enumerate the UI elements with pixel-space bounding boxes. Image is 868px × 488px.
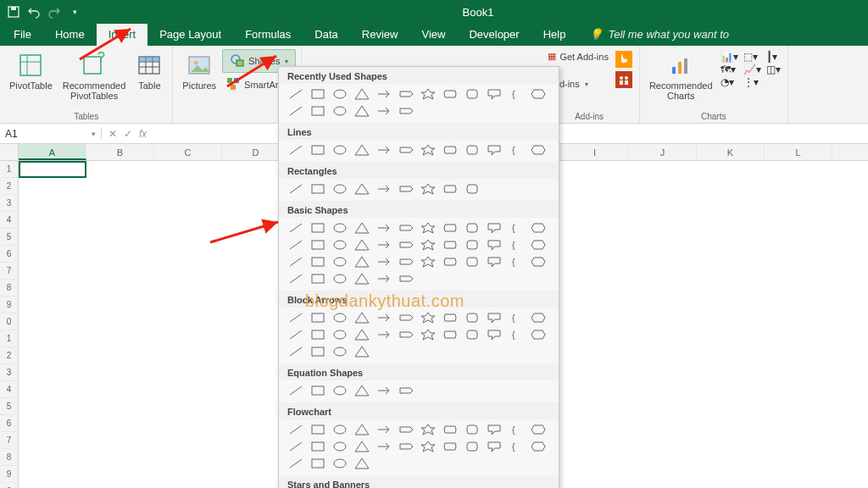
shape-option[interactable] bbox=[352, 86, 372, 102]
shape-option[interactable] bbox=[374, 220, 394, 236]
shape-option[interactable] bbox=[484, 254, 504, 269]
shape-option[interactable] bbox=[528, 422, 548, 437]
shape-option[interactable] bbox=[330, 181, 350, 197]
shape-option[interactable] bbox=[528, 254, 548, 269]
shape-option[interactable] bbox=[462, 254, 482, 269]
row-header[interactable]: 7 bbox=[0, 432, 18, 449]
shape-option[interactable] bbox=[352, 254, 372, 269]
shape-option[interactable] bbox=[308, 103, 328, 119]
shape-option[interactable] bbox=[462, 422, 482, 437]
shape-option[interactable] bbox=[286, 456, 306, 471]
shape-option[interactable] bbox=[484, 220, 504, 236]
shape-option[interactable] bbox=[528, 86, 548, 102]
shape-option[interactable] bbox=[374, 439, 394, 454]
row-header[interactable]: 8 bbox=[0, 449, 18, 466]
shape-option[interactable] bbox=[308, 237, 328, 252]
shape-option[interactable] bbox=[308, 310, 328, 325]
shape-option[interactable] bbox=[528, 439, 548, 454]
pivottable-button[interactable]: PivotTable bbox=[5, 49, 57, 93]
shape-option[interactable] bbox=[330, 142, 350, 158]
shape-option[interactable] bbox=[484, 237, 504, 252]
shape-option[interactable] bbox=[286, 271, 306, 286]
shape-option[interactable] bbox=[418, 142, 438, 158]
shape-option[interactable] bbox=[308, 383, 328, 398]
row-header[interactable]: 0 bbox=[0, 483, 18, 488]
shape-option[interactable] bbox=[352, 344, 372, 359]
shape-option[interactable]: { bbox=[506, 86, 526, 102]
shape-option[interactable] bbox=[396, 254, 416, 269]
shape-option[interactable] bbox=[396, 383, 416, 398]
shape-option[interactable] bbox=[330, 237, 350, 252]
shape-option[interactable] bbox=[418, 181, 438, 197]
shape-option[interactable] bbox=[440, 181, 460, 197]
shape-option[interactable] bbox=[330, 103, 350, 119]
shape-option[interactable] bbox=[396, 327, 416, 342]
name-box[interactable]: A1 ▾ bbox=[0, 128, 102, 140]
shape-option[interactable] bbox=[308, 220, 328, 236]
shape-option[interactable] bbox=[308, 422, 328, 437]
shape-option[interactable] bbox=[286, 220, 306, 236]
shape-option[interactable] bbox=[396, 310, 416, 325]
shape-option[interactable] bbox=[330, 344, 350, 359]
col-header[interactable]: L bbox=[765, 144, 832, 160]
hierarchy-chart-icon[interactable]: ⬚▾ bbox=[743, 51, 761, 63]
undo-icon[interactable] bbox=[27, 5, 41, 19]
row-header[interactable]: 3 bbox=[0, 195, 18, 212]
shape-option[interactable] bbox=[396, 86, 416, 102]
shape-option[interactable] bbox=[374, 237, 394, 252]
pie-chart-icon[interactable]: ◔▾ bbox=[721, 76, 738, 88]
shape-option[interactable]: { bbox=[506, 327, 526, 342]
shape-option[interactable] bbox=[308, 142, 328, 158]
row-header[interactable]: 6 bbox=[0, 415, 18, 432]
shape-option[interactable] bbox=[396, 103, 416, 119]
tab-file[interactable]: File bbox=[2, 24, 43, 46]
shape-option[interactable]: { bbox=[506, 422, 526, 437]
statistic-chart-icon[interactable]: ┃▾ bbox=[766, 51, 781, 63]
fx-icon[interactable]: fx bbox=[139, 128, 147, 140]
tab-developer[interactable]: Developer bbox=[457, 24, 531, 46]
line-chart-icon[interactable]: 📈▾ bbox=[743, 64, 761, 75]
shape-option[interactable] bbox=[286, 237, 306, 252]
shape-option[interactable] bbox=[396, 271, 416, 286]
shape-option[interactable] bbox=[330, 86, 350, 102]
shape-option[interactable] bbox=[396, 220, 416, 236]
shape-option[interactable] bbox=[330, 220, 350, 236]
col-header[interactable]: A bbox=[19, 144, 86, 160]
shape-option[interactable] bbox=[440, 310, 460, 325]
shape-option[interactable] bbox=[352, 103, 372, 119]
shape-option[interactable]: { bbox=[506, 310, 526, 325]
shape-option[interactable]: { bbox=[506, 142, 526, 158]
shape-option[interactable] bbox=[396, 181, 416, 197]
shape-option[interactable] bbox=[352, 383, 372, 398]
tab-view[interactable]: View bbox=[409, 24, 457, 46]
shape-option[interactable] bbox=[286, 344, 306, 359]
tab-page-layout[interactable]: Page Layout bbox=[147, 24, 233, 46]
tab-data[interactable]: Data bbox=[303, 24, 349, 46]
shape-option[interactable] bbox=[418, 422, 438, 437]
shape-option[interactable] bbox=[374, 181, 394, 197]
shape-option[interactable] bbox=[330, 456, 350, 471]
shape-option[interactable] bbox=[286, 383, 306, 398]
shape-option[interactable] bbox=[286, 422, 306, 437]
row-header[interactable]: 0 bbox=[0, 313, 18, 330]
row-header[interactable]: 9 bbox=[0, 297, 18, 313]
row-header[interactable]: 3 bbox=[0, 364, 18, 381]
active-cell-a1[interactable] bbox=[19, 161, 86, 178]
row-header[interactable]: 1 bbox=[0, 330, 18, 347]
shape-option[interactable] bbox=[308, 327, 328, 342]
shape-option[interactable] bbox=[418, 310, 438, 325]
tab-review[interactable]: Review bbox=[350, 24, 410, 46]
shape-option[interactable] bbox=[374, 271, 394, 286]
shape-option[interactable] bbox=[352, 237, 372, 252]
shape-option[interactable] bbox=[440, 237, 460, 252]
row-header[interactable]: 2 bbox=[0, 178, 18, 195]
shape-option[interactable] bbox=[330, 271, 350, 286]
shape-option[interactable] bbox=[308, 86, 328, 102]
shape-option[interactable] bbox=[330, 439, 350, 454]
shape-option[interactable] bbox=[462, 237, 482, 252]
row-header[interactable]: 5 bbox=[0, 398, 18, 415]
shape-option[interactable] bbox=[440, 422, 460, 437]
column-chart-icon[interactable]: 📊▾ bbox=[721, 51, 738, 63]
shape-option[interactable] bbox=[484, 86, 504, 102]
col-header[interactable]: J bbox=[629, 144, 697, 160]
